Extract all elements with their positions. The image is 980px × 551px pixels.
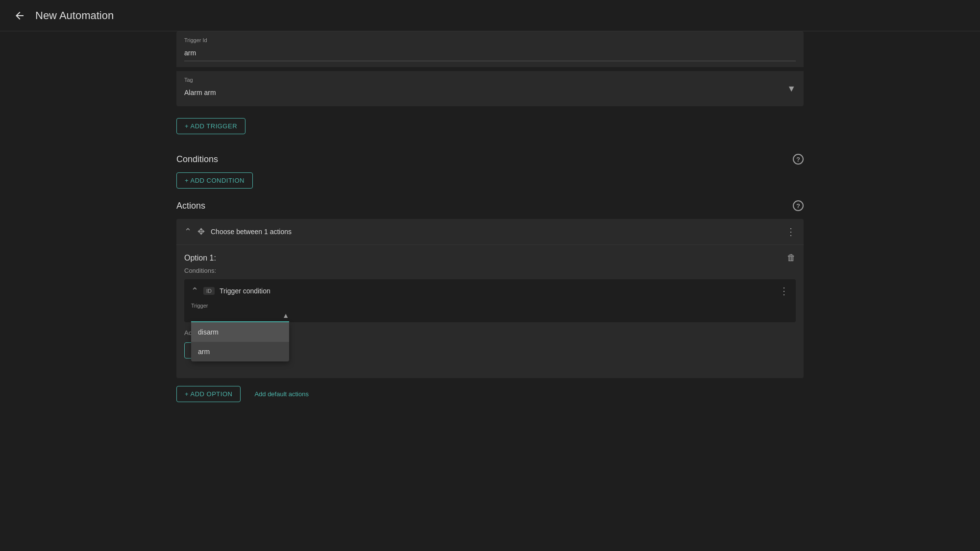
choose-actions-text: Choose between 1 actions: [211, 228, 780, 236]
dropdown-item-arm[interactable]: arm: [191, 342, 289, 361]
option-1-text: Option 1:: [184, 254, 216, 263]
back-button[interactable]: [12, 8, 27, 24]
dropdown-item-disarm[interactable]: disarm: [191, 322, 289, 342]
actions-more-button[interactable]: ⋮: [786, 226, 796, 238]
trigger-condition-block: ⌃ ID Trigger condition ⋮ Trigger ▲ d: [184, 279, 796, 322]
actions-heading: Actions ?: [176, 200, 804, 211]
conditions-help-icon[interactable]: ?: [793, 154, 804, 165]
tag-left: Tag Alarm arm: [184, 77, 216, 100]
chevron-up-icon: ▲: [282, 311, 289, 319]
add-trigger-button[interactable]: + ADD TRIGGER: [176, 118, 245, 134]
trigger-id-label: Trigger Id: [184, 37, 796, 43]
trigger-dropdown[interactable]: Trigger ▲ disarm arm: [191, 303, 289, 322]
conditions-sub-label: Conditions:: [184, 267, 796, 274]
trigger-dropdown-field[interactable]: ▲: [191, 309, 289, 322]
tag-label: Tag: [184, 77, 216, 83]
drag-icon: ✥: [197, 226, 205, 237]
actions-body: Option 1: 🗑 Conditions: ⌃ ID Trigger con…: [176, 245, 804, 378]
back-arrow-icon: [14, 10, 25, 22]
add-default-actions-button[interactable]: Add default actions: [254, 390, 309, 398]
tc-id-badge: ID: [203, 287, 215, 295]
conditions-heading-text: Conditions: [176, 154, 218, 165]
conditions-heading: Conditions ?: [176, 154, 804, 165]
header: New Automation: [0, 0, 980, 31]
tc-title: Trigger condition: [220, 287, 774, 295]
tc-collapse-button[interactable]: ⌃: [191, 286, 198, 296]
tc-more-button[interactable]: ⋮: [779, 285, 789, 297]
add-option-button[interactable]: + ADD OPTION: [176, 386, 241, 402]
collapse-button[interactable]: ⌃: [184, 226, 192, 237]
chevron-down-icon: ▼: [787, 84, 796, 94]
main-content: Trigger Id arm Tag Alarm arm ▼ + ADD TRI…: [0, 31, 980, 410]
page-title: New Automation: [35, 9, 114, 22]
trigger-id-value: arm: [184, 45, 796, 61]
actions-block: ⌃ ✥ Choose between 1 actions ⋮ Option 1:…: [176, 219, 804, 378]
trigger-dropdown-label: Trigger: [191, 303, 289, 309]
actions-block-header: ⌃ ✥ Choose between 1 actions ⋮: [176, 219, 804, 245]
option-1-label: Option 1: 🗑: [184, 253, 796, 263]
actions-help-icon[interactable]: ?: [793, 200, 804, 211]
add-condition-button[interactable]: + ADD CONDITION: [176, 172, 253, 189]
trigger-id-field: Trigger Id arm: [176, 31, 804, 67]
delete-option-button[interactable]: 🗑: [787, 253, 796, 263]
tc-header: ⌃ ID Trigger condition ⋮: [184, 279, 796, 303]
add-trigger-area: + ADD TRIGGER: [176, 110, 804, 154]
tag-value: Alarm arm: [184, 85, 216, 100]
tag-field[interactable]: Tag Alarm arm ▼: [176, 71, 804, 106]
actions-heading-text: Actions: [176, 201, 205, 211]
trigger-dropdown-menu: disarm arm: [191, 322, 289, 361]
actions-section: Actions ? ⌃ ✥ Choose between 1 actions ⋮…: [176, 200, 804, 410]
bottom-row: + ADD OPTION Add default actions: [176, 382, 804, 410]
conditions-section: Conditions ? + ADD CONDITION: [176, 154, 804, 200]
